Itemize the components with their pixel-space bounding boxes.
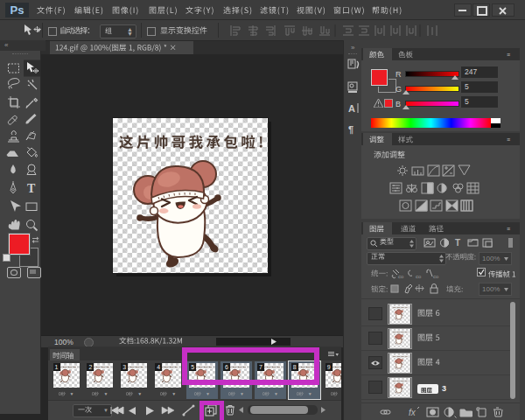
svg-text:fx: fx	[409, 408, 416, 417]
svg-text:A: A	[348, 103, 355, 114]
svg-text:co: co	[398, 274, 404, 279]
svg-text:T: T	[455, 238, 460, 248]
svg-text:co: co	[433, 274, 439, 279]
svg-text:¶: ¶	[348, 124, 354, 135]
svg-text:T: T	[27, 182, 36, 195]
svg-text:co: co	[416, 274, 422, 279]
